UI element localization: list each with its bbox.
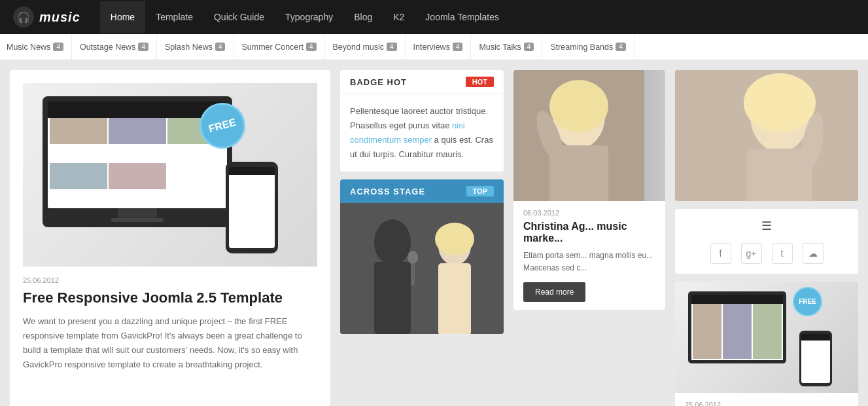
feature-date: 25.06.2012 <box>23 276 317 284</box>
sidebar-free-badge: FREE <box>793 287 822 316</box>
cat-beyond-music[interactable]: Beyond music 4 <box>325 34 406 60</box>
svg-point-11 <box>549 80 608 132</box>
badge-hot-header: BADGE HOT HOT <box>340 70 504 94</box>
badge-hot-title: BADGE HOT <box>350 77 407 87</box>
artist-image-inner <box>513 70 665 201</box>
sidebar-top-inner <box>675 70 858 201</box>
sidebar-feature-date: 25.06.2012 <box>685 401 848 406</box>
hot-label: HOT <box>466 77 494 87</box>
sidebar-feature-image: FREE <box>675 282 858 393</box>
main-nav: Home Template Quick Guide Typography Blo… <box>100 1 510 33</box>
stage-silhouette <box>340 203 504 334</box>
nav-item-home[interactable]: Home <box>100 1 145 33</box>
stage-image-inner <box>340 203 504 334</box>
logo-icon: 🎧 <box>13 7 34 28</box>
nav-item-blog[interactable]: Blog <box>343 1 383 33</box>
logo[interactable]: 🎧 music <box>13 7 80 28</box>
sidebar-social-widget: ☰ f g+ t ☁ <box>675 209 858 274</box>
artist-image <box>513 70 665 201</box>
cat-music-talks[interactable]: Music Talks 4 <box>471 34 542 60</box>
google-plus-icon[interactable]: g+ <box>741 243 762 264</box>
social-icons-row: f g+ t ☁ <box>710 243 824 264</box>
main-content: FREE 25.06.2012 Free Responsive Joomla 2… <box>0 60 868 406</box>
s-block-2 <box>723 304 752 359</box>
cat-interviews[interactable]: Interviews 4 <box>406 34 472 60</box>
middle-panel: BADGE HOT HOT Pellentesque laoreet aucto… <box>340 70 504 406</box>
nav-item-typography[interactable]: Typography <box>275 1 343 33</box>
nav-item-joomla[interactable]: Joomla Templates <box>415 1 510 33</box>
artist-svg <box>513 70 644 201</box>
feature-text: We want to present you a dazzling and un… <box>23 314 317 372</box>
sidebar-top-image <box>675 70 858 201</box>
monitor-base <box>111 218 164 222</box>
cat-splash-news[interactable]: Splash News 4 <box>157 34 234 60</box>
stage-header: ACROSS STAGE TOP <box>340 179 504 203</box>
rss-icon[interactable]: ☁ <box>803 243 824 264</box>
nav-item-quickguide[interactable]: Quick Guide <box>203 1 275 33</box>
artist-date: 06.03.2012 <box>523 209 655 217</box>
badge-hot-card: BADGE HOT HOT Pellentesque laoreet aucto… <box>340 70 504 172</box>
cat-summer-concert[interactable]: Summer Concert 4 <box>234 34 324 60</box>
phone-screen <box>229 167 275 248</box>
category-bar: Music News 4 Outstage News 4 Splash News… <box>0 34 868 60</box>
artist-card: 06.03.2012 Christina Ag... music marke..… <box>513 70 665 310</box>
nav-item-template[interactable]: Template <box>145 1 203 33</box>
screen-block-4 <box>50 163 107 189</box>
sidebar-phone-screen <box>801 334 830 383</box>
top-navigation: 🎧 music Home Template Quick Guide Typogr… <box>0 0 868 34</box>
logo-text: music <box>39 10 80 25</box>
screen-block-1 <box>50 118 107 144</box>
right-article-panel: 06.03.2012 Christina Ag... music marke..… <box>513 70 665 406</box>
cat-streaming-bands[interactable]: Streaming Bands 4 <box>542 34 634 60</box>
artist-info: 06.03.2012 Christina Ag... music marke..… <box>513 201 665 310</box>
badge-text-start: Pellentesque laoreet auctor tristique. P… <box>350 106 488 130</box>
sidebar-monitor-screen <box>691 295 783 360</box>
screen-block-2 <box>109 118 166 144</box>
stage-title: ACROSS STAGE <box>350 187 425 196</box>
sidebar-monitor <box>688 291 786 363</box>
sidebar-feature-body: 25.06.2012 Free Responsive Joomla 2.5 Te… <box>675 393 858 406</box>
feature-panel: FREE 25.06.2012 Free Responsive Joomla 2… <box>10 70 330 406</box>
artist-title[interactable]: Christina Ag... music marke... <box>523 221 655 244</box>
badge-hot-body: Pellentesque laoreet auctor tristique. P… <box>340 94 504 172</box>
svg-point-1 <box>374 219 411 265</box>
read-more-button[interactable]: Read more <box>523 282 585 302</box>
screen-block-5 <box>109 163 166 189</box>
svg-point-7 <box>435 223 474 255</box>
sidebar-phone <box>799 331 832 386</box>
sidebar-feature-card: FREE 25.06.2012 Free Responsive Joomla 2… <box>675 282 858 406</box>
menu-icon[interactable]: ☰ <box>761 219 772 233</box>
phone-screen-inner <box>229 167 275 248</box>
device-mockup: FREE <box>23 83 317 267</box>
phone-mockup <box>226 162 278 253</box>
sidebar-phone-inner <box>801 334 830 383</box>
sidebar: ☰ f g+ t ☁ <box>675 70 858 406</box>
s-block-1 <box>693 304 721 359</box>
svg-point-4 <box>408 251 418 264</box>
s-block-3 <box>753 304 782 359</box>
across-stage-card: ACROSS STAGE TOP <box>340 179 504 334</box>
nav-item-k2[interactable]: K2 <box>383 1 415 33</box>
svg-point-16 <box>744 73 816 132</box>
artist-text: Etiam porta sem... magna mollis eu... Ma… <box>523 249 655 274</box>
facebook-icon[interactable]: f <box>710 243 731 264</box>
twitter-icon[interactable]: t <box>772 243 793 264</box>
svg-rect-2 <box>374 262 411 334</box>
svg-rect-0 <box>340 203 504 334</box>
sidebar-artist-svg <box>675 70 858 201</box>
stage-image <box>340 203 504 334</box>
monitor-stand <box>118 208 157 218</box>
top-label: TOP <box>466 186 494 196</box>
feature-image: FREE <box>23 83 317 267</box>
svg-rect-6 <box>438 263 471 334</box>
feature-title[interactable]: Free Responsive Joomla 2.5 Template <box>23 289 317 306</box>
cat-outstage-news[interactable]: Outstage News 4 <box>72 34 157 60</box>
cat-music-news[interactable]: Music News 4 <box>7 34 72 60</box>
